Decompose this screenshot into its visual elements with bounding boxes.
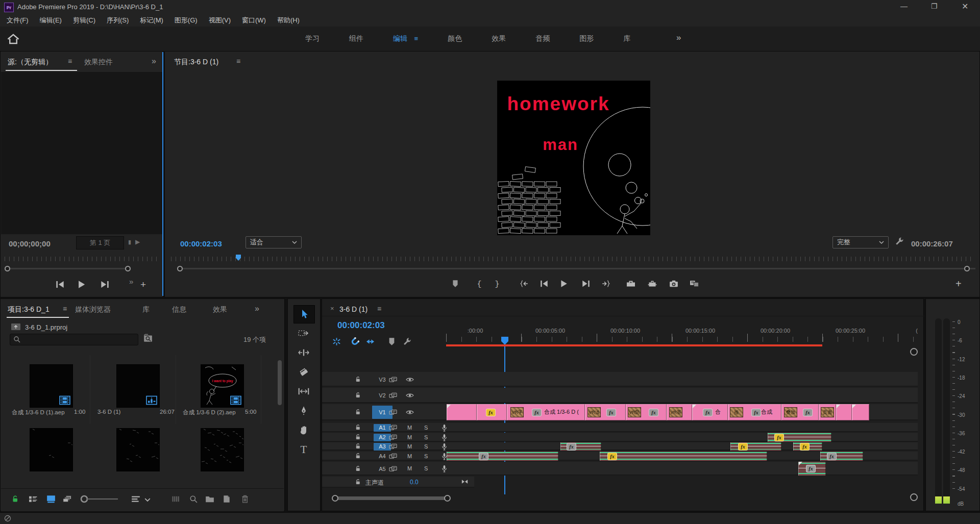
workspace-tab-组件[interactable]: 组件 xyxy=(349,34,363,43)
track-V3-visibility-toggle[interactable] xyxy=(406,377,414,382)
workspace-tab-效果[interactable]: 效果 xyxy=(492,34,506,43)
track-A3-lock-toggle[interactable] xyxy=(355,443,361,450)
home-icon[interactable] xyxy=(7,33,19,44)
track-A2-sync-lock-toggle[interactable] xyxy=(389,434,397,441)
workspace-tab-音频[interactable]: 音频 xyxy=(535,34,550,43)
source-scrollbar-handle-left[interactable] xyxy=(5,266,10,271)
project-writable-toggle[interactable] xyxy=(11,495,20,503)
project-search-input[interactable] xyxy=(10,334,138,345)
master-volume-value[interactable]: 0.0 xyxy=(410,479,419,486)
snap-toggle[interactable] xyxy=(351,337,359,346)
delete-button[interactable] xyxy=(240,495,250,503)
maximize-button[interactable]: ❐ xyxy=(931,2,938,10)
add-marker-button[interactable] xyxy=(387,337,396,346)
source-tab-menu-icon[interactable]: ≡ xyxy=(68,57,72,65)
workspace-tab-库[interactable]: 库 xyxy=(623,34,630,43)
tab-源:（无剪辑）[interactable]: 源:（无剪辑） xyxy=(8,58,53,67)
track-A1-lock-toggle[interactable] xyxy=(355,424,361,431)
source-scrollbar-handle-right[interactable] xyxy=(125,266,131,271)
v1-clip[interactable] xyxy=(836,404,852,420)
track-A2-solo-toggle[interactable]: S xyxy=(424,434,428,440)
audio-clip[interactable]: fx xyxy=(447,452,558,461)
linked-selection-toggle[interactable] xyxy=(366,337,375,346)
project-item-name[interactable]: 合成 1/3-6 D (1).aep xyxy=(12,409,73,416)
playback-resolution-select[interactable]: 完整 xyxy=(832,236,889,248)
workspace-tab-颜色[interactable]: 颜色 xyxy=(448,34,462,43)
slip-tool[interactable] xyxy=(293,383,314,400)
mark-out-button[interactable]: } xyxy=(493,280,502,288)
program-scrollbar-handle-left[interactable] xyxy=(177,266,183,271)
fx-badge[interactable]: fx xyxy=(774,434,784,441)
fx-badge[interactable]: fx xyxy=(751,409,761,416)
zoom-slider[interactable] xyxy=(86,498,118,500)
source-tabs-overflow-button[interactable]: » xyxy=(152,57,156,66)
fx-badge[interactable]: fx xyxy=(827,453,837,460)
add-marker-button[interactable] xyxy=(451,280,460,288)
track-A2-lock-toggle[interactable] xyxy=(355,434,361,440)
fx-badge[interactable]: fx xyxy=(738,443,748,451)
program-zoom-scrollbar[interactable] xyxy=(179,268,975,269)
track-V2-visibility-toggle[interactable] xyxy=(406,393,414,398)
source-step-forward-button[interactable] xyxy=(101,280,109,289)
audio-clip[interactable]: fx xyxy=(793,442,822,451)
v1-clip[interactable]: 叠加fx xyxy=(781,404,819,420)
tab-效果[interactable]: 效果 xyxy=(213,305,227,314)
audio-clip[interactable]: fx xyxy=(798,462,826,476)
program-add-button[interactable]: + xyxy=(955,278,962,290)
timeline-ruler[interactable]: :00:0000:00:05:0000:00:10:0000:00:15:000… xyxy=(446,326,918,346)
audio-clip[interactable]: fx xyxy=(600,452,767,461)
audio-clip[interactable]: fx xyxy=(820,452,863,461)
track-A1-solo-toggle[interactable]: S xyxy=(424,425,428,431)
automate-to-sequence-button[interactable] xyxy=(172,495,181,503)
track-A2-mute-toggle[interactable]: M xyxy=(407,434,412,440)
track-A1-sync-lock-toggle[interactable] xyxy=(389,424,397,431)
track-A4-solo-toggle[interactable]: S xyxy=(424,453,428,459)
track-V1-sync-lock-toggle[interactable] xyxy=(389,409,397,416)
track-A5-solo-toggle[interactable]: S xyxy=(424,465,428,471)
fx-badge[interactable]: fx xyxy=(606,409,616,416)
source-add-button[interactable]: + xyxy=(140,279,146,290)
audio-clip[interactable]: fx xyxy=(560,442,601,451)
v1-clip[interactable]: VR淡fx xyxy=(585,404,626,420)
go-to-in-button[interactable] xyxy=(519,280,528,288)
project-item-thumbnail[interactable] xyxy=(30,428,73,471)
track-V2-sync-lock-toggle[interactable] xyxy=(389,392,397,399)
track-A4-lock-toggle[interactable] xyxy=(355,453,361,459)
step-back-button[interactable] xyxy=(540,280,549,288)
v1-clip[interactable]: VR字fx合成 1/3-6 D ( xyxy=(507,404,585,420)
track-A3-solo-toggle[interactable]: S xyxy=(424,443,428,450)
track-A5-mute-toggle[interactable]: M xyxy=(407,465,412,471)
lift-button[interactable] xyxy=(626,280,635,288)
razor-tool[interactable] xyxy=(293,363,314,381)
extract-button[interactable] xyxy=(648,280,657,288)
track-A1-record-toggle[interactable] xyxy=(442,424,447,432)
tab-库[interactable]: 库 xyxy=(142,305,150,314)
project-tabs-overflow-button[interactable]: » xyxy=(255,304,259,313)
track-V2-lock-toggle[interactable] xyxy=(355,392,361,398)
type-tool[interactable]: T xyxy=(293,441,314,458)
source-zoom-scrollbar[interactable] xyxy=(6,268,128,269)
fx-badge[interactable]: fx xyxy=(649,409,658,416)
workspace-tab-图形[interactable]: 图形 xyxy=(579,34,594,43)
program-tab-menu-icon[interactable]: ≡ xyxy=(236,57,240,65)
track-A2-name[interactable]: A2 xyxy=(374,434,391,441)
fx-badge[interactable]: fx xyxy=(703,409,713,416)
v1-clip[interactable]: fx xyxy=(477,404,507,420)
track-A1-mute-toggle[interactable]: M xyxy=(407,425,412,431)
source-page-select[interactable]: 第 1 页 xyxy=(76,236,124,249)
minimize-button[interactable]: — xyxy=(900,2,908,10)
project-item-thumbnail[interactable]: I want to play xyxy=(201,364,244,408)
search-bin-icon[interactable] xyxy=(143,334,153,342)
v1-clip[interactable]: fx合 xyxy=(692,404,728,420)
pen-tool[interactable] xyxy=(293,402,314,419)
page-next-button[interactable]: ▶ xyxy=(135,238,140,245)
ripple-edit-tool[interactable] xyxy=(293,344,314,361)
page-prev-button[interactable]: ▮ xyxy=(128,239,131,245)
playhead-snap-toggle[interactable] xyxy=(332,337,341,346)
workspace-tab-menu-icon[interactable]: ≡ xyxy=(412,35,418,42)
v-scroll-handle-bottom[interactable] xyxy=(910,493,918,501)
track-select-forward-tool[interactable] xyxy=(293,325,314,342)
menu-编辑(E)[interactable]: 编辑(E) xyxy=(34,14,67,27)
sort-chevron-icon[interactable] xyxy=(144,495,151,501)
project-item-thumbnail[interactable] xyxy=(116,364,160,408)
